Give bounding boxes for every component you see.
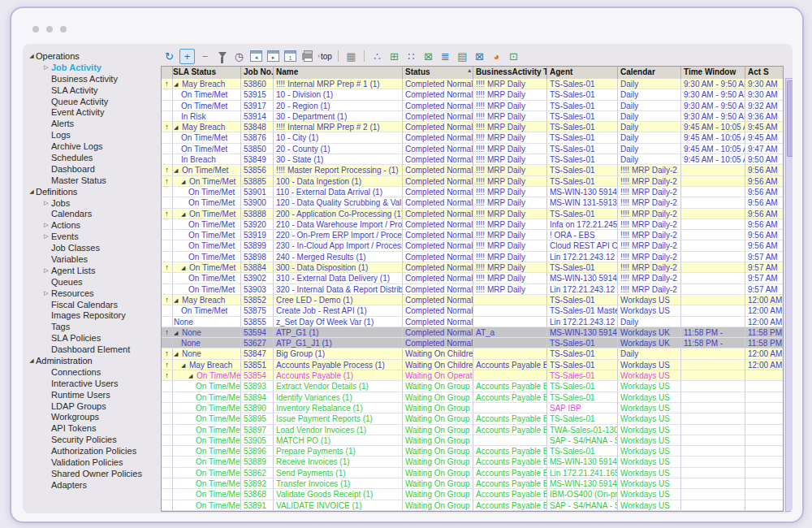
table-row[interactable]: On Time/Met53899230 - In-Cloud App Impor…: [162, 240, 783, 251]
sidebar-item-connections[interactable]: Connections: [26, 366, 160, 378]
expand-collapse-triangle-icon[interactable]: ◢: [174, 122, 182, 132]
tree-section-definitions[interactable]: ◢Definitions: [26, 186, 160, 197]
sidebar-item-dashboard[interactable]: Dashboard: [26, 163, 160, 175]
sidebar-item-events[interactable]: ▷Events: [26, 231, 160, 242]
sidebar-item-images-repository[interactable]: Images Repository: [26, 309, 160, 321]
column-header-agent[interactable]: Agent: [547, 67, 618, 79]
sidebar-item-agent-lists[interactable]: ▷Agent Lists: [26, 265, 160, 276]
calendar-next-icon[interactable]: ▸: [266, 50, 280, 63]
expand-collapse-triangle-icon[interactable]: ◢: [174, 348, 182, 358]
column-header-cal[interactable]: Calendar: [618, 67, 681, 79]
sidebar-item-job-classes[interactable]: Job Classes: [26, 242, 160, 253]
window-dot-2[interactable]: [46, 26, 53, 32]
layers-view-icon[interactable]: ≣: [438, 50, 452, 63]
column-header-sla[interactable]: SLA Status: [173, 67, 241, 79]
sidebar-item-adapters[interactable]: Adapters: [26, 479, 160, 491]
fit-screen-icon[interactable]: ⊠: [421, 50, 435, 63]
table-row[interactable]: On Time/Met5387610 - City (1)Completed N…: [162, 132, 783, 143]
sidebar-item-sla-policies[interactable]: SLA Policies: [26, 332, 160, 344]
print-icon[interactable]: [300, 50, 314, 63]
column-header-job[interactable]: Job No.: [241, 67, 274, 79]
collapsed-triangle-icon[interactable]: ▷: [42, 200, 50, 206]
table-row[interactable]: On Time/Met5385020 - County (1)Completed…: [162, 144, 783, 154]
dots-view-icon[interactable]: ∷: [404, 50, 418, 63]
table-row[interactable]: On Time/Met53893Extract Vendor Details (…: [162, 381, 783, 392]
collapsed-triangle-icon[interactable]: ▷: [42, 222, 50, 228]
column-header-name[interactable]: Name: [274, 67, 403, 79]
expand-collapse-triangle-icon[interactable]: ◢: [174, 165, 182, 175]
expand-collapse-triangle-icon[interactable]: ◢: [181, 262, 189, 272]
clock-icon[interactable]: ◷: [232, 50, 246, 63]
table-row[interactable]: On Time/Met53891VALIDATE INVOICE (1)Wait…: [162, 500, 783, 511]
sidebar-item-shared-owner-policies[interactable]: Shared Owner Policies: [26, 468, 160, 479]
vertical-scrollbar[interactable]: [785, 78, 793, 512]
sidebar-item-runtime-users[interactable]: Runtime Users: [26, 389, 160, 400]
table-row[interactable]: On Time/Met53897Load Vendor Invoices (1)…: [162, 425, 783, 435]
sidebar-item-api-tokens[interactable]: API Tokens: [26, 422, 160, 434]
sidebar-item-validation-policies[interactable]: Validation Policies: [26, 457, 160, 468]
hierarchy-view-icon[interactable]: ∴: [370, 50, 384, 63]
sidebar-item-alerts[interactable]: Alerts: [26, 118, 160, 129]
sidebar-item-job-activity[interactable]: ▷Job Activity: [26, 62, 160, 73]
gantt-view-icon[interactable]: ⊞: [387, 50, 401, 63]
table-row[interactable]: None53855z_Set Day Of Week Var (1)Comple…: [162, 317, 783, 327]
table-row[interactable]: On Time/Met53875Create Job - Rest API (1…: [162, 305, 783, 316]
expand-collapse-triangle-icon[interactable]: ◢: [174, 79, 182, 89]
table-row[interactable]: On Time/Met53903320 - Internal Data & Re…: [162, 284, 783, 295]
table-row[interactable]: On Time/Met53894Identify Variances (1)Wa…: [162, 392, 783, 403]
sidebar-item-authorization-policies[interactable]: Authorization Policies: [26, 445, 160, 457]
expand-collapse-triangle-icon[interactable]: ◢: [181, 360, 189, 370]
sidebar-item-actions[interactable]: ▷Actions: [26, 219, 160, 231]
table-row[interactable]: On Time/Met53905MATCH PO (1)Waiting On G…: [162, 435, 783, 446]
table-row[interactable]: ↑◢On Time/Met53884300 - Data Disposition…: [162, 262, 783, 273]
table-row[interactable]: ↑◢On Time/Met53888200 - Application Co-P…: [162, 209, 783, 219]
sidebar-item-interactive-users[interactable]: Interactive Users: [26, 378, 160, 389]
table-row[interactable]: On Time/Met53919220 - On-Prem ERP Import…: [162, 230, 783, 240]
collapsed-triangle-icon[interactable]: ▷: [42, 290, 50, 296]
table-row[interactable]: ↑◢May Breach53860!!!! Internal MRP Prep …: [162, 79, 783, 89]
collapsed-triangle-icon[interactable]: ▷: [42, 233, 50, 240]
table-row[interactable]: ↑◢On Time/Met53885100 - Data Ingestion (…: [162, 176, 783, 187]
scrollbar-thumb[interactable]: [787, 80, 793, 157]
sidebar-item-variables[interactable]: Variables: [26, 253, 160, 265]
calendar-prev-icon[interactable]: ◂: [249, 50, 263, 63]
expanded-triangle-icon[interactable]: ◢: [28, 188, 36, 195]
table-row[interactable]: On Time/Met53896Prepare Payments (1)Wait…: [162, 446, 783, 457]
table-row[interactable]: On Time/Met5391720 - Region (1)Completed…: [162, 101, 783, 111]
sidebar-item-logs[interactable]: Logs: [26, 129, 160, 141]
expand-collapse-triangle-icon[interactable]: ◢: [188, 370, 197, 380]
expand-collapse-triangle-icon[interactable]: ◢: [181, 209, 189, 219]
table-row[interactable]: On Time/Met53892Transfer Invoices (1)Wai…: [162, 478, 783, 489]
table-row[interactable]: On Time/Met53900120 - Data Quality Scrub…: [162, 197, 783, 208]
add-button[interactable]: +: [179, 49, 195, 64]
expand-view-icon[interactable]: ⊠: [473, 50, 486, 63]
table-row[interactable]: ↑◢On Time/Met53856!!!! Master Report Pro…: [162, 165, 783, 175]
sidebar-item-ldap-groups[interactable]: LDAP Groups: [26, 400, 160, 412]
table-row[interactable]: None53627ATP_G1_J1 (1)Completed Normally…: [162, 338, 783, 348]
table-row[interactable]: On Time/Met53890Inventory Rebalance (1)W…: [162, 403, 783, 413]
column-header-act[interactable]: Act S: [745, 67, 784, 79]
table-row[interactable]: On Time/Met53920210 - Data Warehouse Imp…: [162, 219, 783, 230]
table-row[interactable]: On Time/Met53862Send Payments (1)Waiting…: [162, 468, 783, 478]
table-row[interactable]: On Time/Met53895Issue Payment Reports (1…: [162, 413, 783, 424]
table-row[interactable]: On Time/Met53889Receive Invoices (1)Wait…: [162, 457, 783, 467]
pie-chart-icon[interactable]: ◕: [490, 50, 503, 63]
calendar-icon[interactable]: 1: [283, 50, 297, 63]
expanded-triangle-icon[interactable]: ◢: [28, 53, 36, 59]
sidebar-item-dashboard-element[interactable]: Dashboard Element: [26, 344, 160, 355]
sidebar-item-sla-activity[interactable]: SLA Activity: [26, 84, 160, 96]
refresh-icon[interactable]: ↻: [162, 50, 176, 63]
window-panel-icon[interactable]: ⊡: [507, 50, 520, 63]
filter-icon[interactable]: [215, 50, 229, 63]
collapsed-triangle-icon[interactable]: ▷: [42, 267, 50, 274]
window-dot-1[interactable]: [32, 26, 39, 32]
remove-button[interactable]: −: [198, 50, 212, 63]
expand-collapse-triangle-icon[interactable]: ◢: [174, 327, 182, 337]
sidebar-item-queue-activity[interactable]: Queue Activity: [26, 96, 160, 107]
column-header-arrow[interactable]: [162, 67, 173, 79]
grid-view-icon[interactable]: ▦: [344, 50, 358, 63]
table-row[interactable]: ↑◢May Breach53852Cree LED - Demo (1)Comp…: [162, 295, 783, 305]
sidebar-item-archive-logs[interactable]: Archive Logs: [26, 141, 160, 152]
top-link[interactable]: ›top: [317, 52, 332, 61]
sidebar-item-jobs[interactable]: ▷Jobs: [26, 197, 160, 209]
